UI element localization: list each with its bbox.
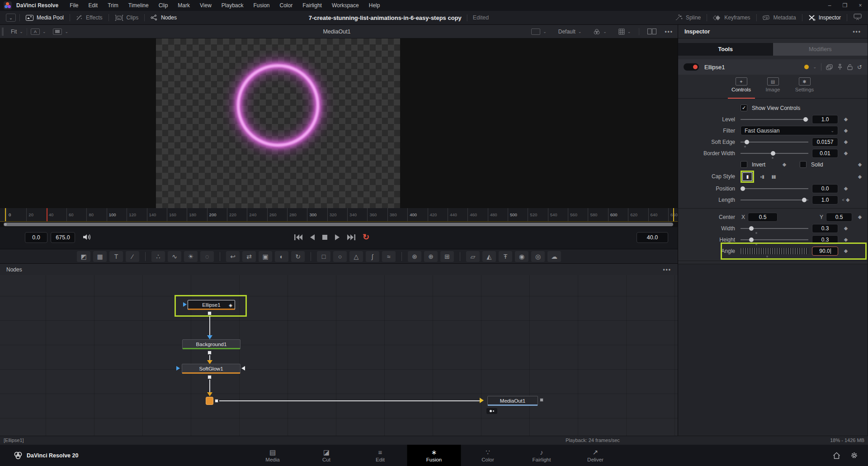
home-icon[interactable]: [833, 452, 840, 459]
invert-checkbox[interactable]: [741, 161, 747, 168]
prev-keyframe-arrow[interactable]: <: [842, 198, 844, 202]
copy-settings-icon[interactable]: [826, 64, 833, 70]
cap-style-round-button[interactable]: ◖▮: [757, 172, 767, 181]
spline-button[interactable]: Spline: [670, 11, 707, 24]
camera3d-icon[interactable]: ◎: [531, 251, 545, 262]
channel-dropdown[interactable]: A⌄: [27, 25, 50, 38]
page-color[interactable]: ∵Color: [461, 445, 515, 466]
cap-style-flat-button[interactable]: ▮: [742, 172, 752, 181]
menu-fusion[interactable]: Fusion: [249, 1, 275, 10]
viewer-area[interactable]: [0, 38, 678, 208]
color-wheel-dropdown[interactable]: ⌄: [590, 25, 610, 38]
nodes-button[interactable]: Nodes: [145, 11, 183, 24]
level-value-field[interactable]: 1.0: [812, 115, 838, 124]
center-y-field[interactable]: 0.5: [826, 213, 852, 222]
page-fusion[interactable]: ∗Fusion: [407, 445, 461, 466]
bspline-mask-icon[interactable]: ∫: [366, 251, 379, 262]
minimize-button[interactable]: –: [822, 0, 837, 11]
maximize-button[interactable]: ❐: [837, 0, 853, 11]
zoom-fit-dropdown[interactable]: Fit⌄: [7, 25, 27, 38]
show-view-controls-checkbox[interactable]: ✓: [741, 105, 747, 111]
reset-history-icon[interactable]: ↺: [857, 64, 862, 71]
dve-icon[interactable]: ⇄: [242, 251, 256, 262]
wave-mask-icon[interactable]: ≈: [382, 251, 396, 262]
menu-workspace[interactable]: Workspace: [327, 1, 364, 10]
app-logo-icon[interactable]: [4, 1, 12, 10]
level-slider[interactable]: [741, 116, 808, 123]
menu-file[interactable]: File: [65, 1, 83, 10]
media-pool-button[interactable]: Media Pool: [20, 11, 70, 24]
renderer3d-icon[interactable]: ☁: [547, 251, 561, 262]
tab-modifiers[interactable]: Modifiers: [773, 43, 868, 56]
paint-icon[interactable]: ∕: [126, 251, 139, 262]
timeline-ruler[interactable]: 0204060801001201401601802002202402602803…: [0, 208, 678, 222]
particles-icon[interactable]: ∴: [151, 251, 165, 262]
metadata-button[interactable]: Metadata: [757, 11, 802, 24]
page-edit[interactable]: ≡Edit: [354, 445, 407, 466]
width-slider[interactable]: [741, 225, 808, 232]
menu-fairlight[interactable]: Fairlight: [297, 1, 327, 10]
page-cut[interactable]: ◪Cut: [300, 445, 354, 466]
current-frame-field[interactable]: 40.0: [637, 232, 668, 243]
angle-keyframe-diamond[interactable]: ◆: [838, 248, 854, 254]
resize-icon[interactable]: ↻: [291, 251, 305, 262]
proxy-dropdown[interactable]: ⌄: [528, 25, 550, 38]
polygon-mask-icon[interactable]: △: [349, 251, 363, 262]
transform-icon[interactable]: ↩: [226, 251, 240, 262]
clips-button[interactable]: Clips: [109, 11, 145, 24]
viewer-options-button[interactable]: •••: [665, 29, 673, 35]
lut-dropdown[interactable]: Default⌄: [555, 25, 585, 38]
position-value-field[interactable]: 0.0: [812, 184, 838, 193]
page-deliver[interactable]: ↗Deliver: [569, 445, 623, 466]
node-mediaout1[interactable]: MediaOut1: [487, 396, 538, 406]
invert-keyframe-diamond[interactable]: ◆: [775, 162, 793, 167]
width-keyframe-diamond[interactable]: ◆: [838, 225, 854, 231]
audio-mute-button[interactable]: [82, 233, 91, 243]
shape3d-icon[interactable]: ◭: [482, 251, 496, 262]
angle-thumbwheel[interactable]: [741, 248, 808, 254]
menu-clip[interactable]: Clip: [154, 1, 173, 10]
subtab-image[interactable]: ▤ Image: [760, 77, 786, 98]
panel-layout-button[interactable]: [847, 14, 868, 22]
subtab-controls[interactable]: ✦ Controls: [729, 77, 754, 98]
menu-color[interactable]: Color: [275, 1, 298, 10]
playhead[interactable]: [47, 208, 47, 222]
node-color-dot[interactable]: [804, 65, 809, 69]
ellipse1-input-triangle[interactable]: [183, 302, 187, 307]
height-value-field[interactable]: 0.3: [812, 235, 838, 244]
border-width-keyframe-diamond[interactable]: ◆: [838, 150, 854, 156]
matte-control-icon[interactable]: ◐: [275, 251, 288, 262]
chevron-down-icon[interactable]: ⌄: [813, 65, 817, 69]
solid-keyframe-diamond[interactable]: ◆: [852, 162, 868, 167]
background1-effect-mask-input[interactable]: [207, 335, 212, 339]
stop-button[interactable]: [322, 234, 328, 240]
position-slider[interactable]: [741, 185, 808, 192]
menu-playback[interactable]: Playback: [217, 1, 249, 10]
tab-tools[interactable]: Tools: [678, 43, 773, 56]
length-slider[interactable]: [741, 197, 808, 203]
scrollbar-thumb[interactable]: [4, 223, 673, 226]
nodes-options-button[interactable]: •••: [663, 266, 671, 273]
center-keyframe-diamond[interactable]: ◆: [852, 214, 868, 220]
spline-curve-icon[interactable]: ∿: [168, 251, 181, 262]
soft-edge-keyframe-diamond[interactable]: ◆: [838, 139, 854, 145]
pforce-icon[interactable]: ⊕: [424, 251, 438, 262]
pin-icon[interactable]: [837, 64, 843, 70]
cap-style-keyframe-diamond[interactable]: ◆: [852, 174, 868, 180]
background-icon[interactable]: ◩: [77, 251, 90, 262]
merge3d-icon[interactable]: ◉: [515, 251, 528, 262]
render-range-start-marker[interactable]: [5, 208, 6, 222]
ellipse1-output-connector[interactable]: [208, 311, 212, 315]
border-width-slider[interactable]: [741, 150, 808, 157]
cap-style-square-button[interactable]: ▮▮: [769, 172, 778, 181]
height-slider[interactable]: [741, 237, 808, 243]
page-media[interactable]: ▤Media: [246, 445, 300, 466]
menu-timeline[interactable]: Timeline: [123, 1, 154, 10]
filter-dropdown[interactable]: Fast Gaussian ⌄: [741, 126, 838, 135]
lock-icon[interactable]: [847, 64, 853, 70]
solid-checkbox[interactable]: [800, 161, 807, 168]
text3d-icon[interactable]: Ŧ: [499, 251, 512, 262]
wireless-link-node[interactable]: [206, 397, 213, 405]
settings-gear-icon[interactable]: [850, 452, 858, 459]
border-width-value-field[interactable]: 0.01: [812, 149, 838, 158]
